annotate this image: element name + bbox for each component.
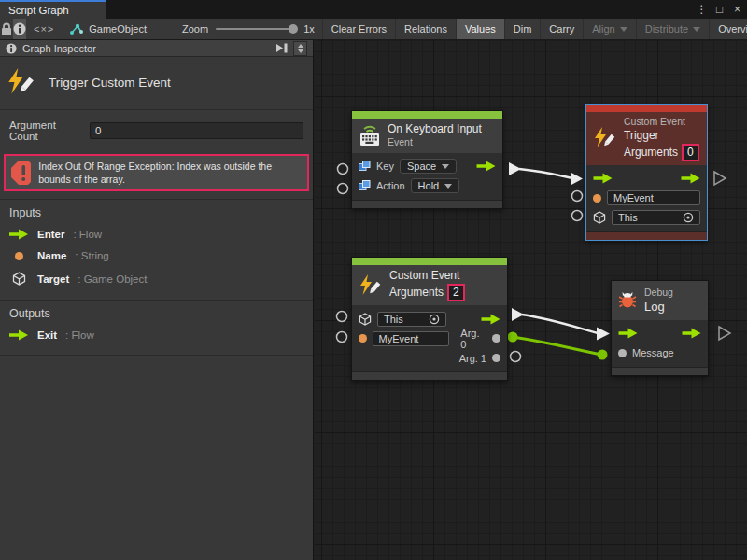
error-octagon-icon bbox=[11, 161, 31, 185]
zoom-slider[interactable] bbox=[216, 28, 296, 30]
node-body: Message bbox=[612, 320, 708, 367]
node-header: Debug Log bbox=[612, 281, 708, 320]
graph-target[interactable]: GameObject bbox=[62, 19, 154, 39]
node-trigger-custom-event[interactable]: Custom Event Trigger Arguments 0 bbox=[585, 104, 708, 241]
custom-event-icon bbox=[7, 68, 35, 96]
message-in-port[interactable] bbox=[618, 349, 627, 357]
node-header: Custom Event Arguments 2 bbox=[352, 265, 507, 305]
collapse-panel-icon[interactable] bbox=[276, 43, 288, 53]
custom-event-icon bbox=[359, 274, 382, 297]
panel-spinner[interactable] bbox=[293, 41, 307, 56]
wire-arg0-to-message[interactable] bbox=[508, 332, 608, 360]
node-custom-event[interactable]: Custom Event Arguments 2 This bbox=[351, 257, 508, 381]
flow-exit-port[interactable] bbox=[682, 328, 701, 339]
distribute-button[interactable]: Distribute bbox=[636, 19, 709, 39]
port-keyboard-action[interactable] bbox=[338, 184, 348, 194]
input-port-name: Name : String bbox=[9, 250, 303, 261]
zoom-slider-knob[interactable] bbox=[289, 24, 298, 34]
port-keyboard-key[interactable] bbox=[338, 164, 348, 175]
input-port-target: Target : Game Object bbox=[9, 272, 303, 286]
error-message-text: Index Out Of Range Exception: Index was … bbox=[38, 160, 302, 186]
target-row: This bbox=[352, 309, 507, 329]
node-on-keyboard-input[interactable]: On Keyboard Input Event Key Space bbox=[351, 110, 503, 209]
flow-enter-port[interactable] bbox=[593, 173, 613, 184]
zoom-value: 1x bbox=[303, 23, 315, 35]
script-graph-window: Script Graph ⋮ □ × <×> GameObject Zoom bbox=[0, 0, 747, 560]
node-body: Key Space Action Hold bbox=[352, 153, 502, 200]
lock-icon bbox=[0, 22, 13, 36]
port-trigger-target[interactable] bbox=[572, 211, 583, 221]
relations-button[interactable]: Relations bbox=[395, 19, 456, 39]
graph-canvas[interactable]: On Keyboard Input Event Key Space bbox=[315, 40, 747, 560]
window-controls: ⋮ □ × bbox=[694, 0, 745, 19]
close-icon[interactable]: × bbox=[729, 0, 745, 19]
game-object-port-icon bbox=[12, 272, 26, 286]
action-dropdown[interactable]: Hold bbox=[411, 178, 460, 193]
string-port-icon bbox=[593, 194, 601, 203]
output-port-exit: Exit : Flow bbox=[9, 329, 303, 341]
arguments-count-badge[interactable]: 0 bbox=[682, 144, 699, 161]
tab-script-graph[interactable]: Script Graph bbox=[0, 0, 106, 19]
spin-down-icon bbox=[298, 49, 303, 53]
string-port-icon bbox=[359, 334, 367, 343]
window-menu-icon[interactable]: ⋮ bbox=[694, 0, 710, 19]
object-picker-icon[interactable] bbox=[429, 314, 440, 325]
node-header: Custom Event Trigger Arguments 0 bbox=[586, 112, 707, 165]
port-trigger-name[interactable] bbox=[572, 191, 583, 202]
flow-exit-port[interactable] bbox=[476, 161, 496, 172]
inspected-node-title-row: Trigger Custom Event bbox=[0, 57, 313, 110]
target-field[interactable]: This bbox=[612, 210, 700, 225]
port-debug-exit-triangle[interactable] bbox=[719, 327, 730, 340]
event-name-row: MyEvent Arg. 0 bbox=[352, 329, 507, 348]
node-header: On Keyboard Input Event bbox=[352, 119, 502, 153]
flow-row bbox=[586, 169, 707, 189]
port-trigger-exit-triangle[interactable] bbox=[714, 172, 726, 185]
code-view-button[interactable]: <×> bbox=[26, 19, 62, 39]
event-name-row: MyEvent bbox=[586, 189, 707, 208]
values-button[interactable]: Values bbox=[456, 19, 504, 39]
maximize-icon[interactable]: □ bbox=[712, 0, 727, 19]
graph-inspector-title: Graph Inspector bbox=[22, 43, 96, 54]
flow-exit-port[interactable] bbox=[481, 314, 500, 325]
port-customevent-name[interactable] bbox=[337, 332, 347, 343]
code-icon: <×> bbox=[34, 23, 54, 35]
lock-button[interactable] bbox=[0, 19, 13, 39]
game-object-port-icon bbox=[359, 313, 372, 326]
dim-button[interactable]: Dim bbox=[504, 19, 541, 39]
flow-port-icon bbox=[9, 229, 29, 240]
inspector-toggle-button[interactable] bbox=[13, 19, 26, 39]
zoom-control: Zoom 1x bbox=[175, 19, 322, 39]
key-dropdown[interactable]: Space bbox=[400, 159, 457, 174]
keyboard-event-icon bbox=[359, 125, 380, 147]
outputs-heading: Outputs bbox=[9, 307, 303, 320]
event-strip bbox=[352, 111, 502, 119]
port-customevent-arg1[interactable] bbox=[511, 352, 521, 362]
event-name-field[interactable]: MyEvent bbox=[373, 331, 450, 346]
argument-count-input[interactable] bbox=[90, 122, 303, 139]
target-field[interactable]: This bbox=[377, 312, 446, 327]
flow-exit-port[interactable] bbox=[681, 173, 700, 184]
info-icon bbox=[13, 22, 26, 35]
error-strip bbox=[586, 105, 707, 112]
flow-enter-port[interactable] bbox=[618, 328, 638, 339]
event-name-field[interactable]: MyEvent bbox=[607, 190, 700, 205]
wire-customevent-to-debug[interactable] bbox=[512, 308, 610, 341]
carry-button[interactable]: Carry bbox=[540, 19, 583, 39]
align-button[interactable]: Align bbox=[583, 19, 635, 39]
object-picker-icon[interactable] bbox=[683, 212, 694, 223]
clear-errors-button[interactable]: Clear Errors bbox=[322, 19, 395, 39]
arguments-count-badge[interactable]: 2 bbox=[447, 284, 465, 301]
port-customevent-target[interactable] bbox=[337, 312, 347, 322]
overview-button[interactable]: Overview bbox=[709, 19, 747, 39]
arg1-out-port[interactable] bbox=[492, 354, 500, 362]
graph-inspector-header: Graph Inspector bbox=[0, 40, 313, 57]
node-debug-log[interactable]: Debug Log Message bbox=[611, 280, 709, 376]
wire-keyboard-to-trigger[interactable] bbox=[509, 162, 583, 186]
inputs-section: Inputs Enter : Flow Name : String Target… bbox=[0, 199, 313, 300]
outputs-section: Outputs Exit : Flow bbox=[0, 300, 313, 355]
custom-event-icon bbox=[594, 127, 616, 149]
tab-title: Script Graph bbox=[8, 5, 69, 16]
spin-up-icon bbox=[298, 44, 303, 48]
arg0-out-port[interactable] bbox=[492, 334, 500, 343]
action-row: Action Hold bbox=[352, 176, 502, 196]
